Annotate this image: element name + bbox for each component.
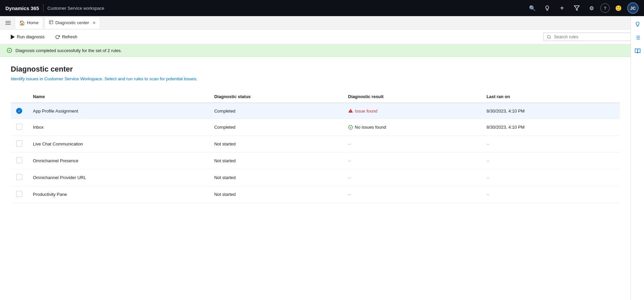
hamburger-menu[interactable] (3, 17, 13, 28)
svg-rect-2 (5, 23, 11, 23)
dash-placeholder: -- (348, 158, 351, 163)
row-name: Omnichannel Presence (28, 153, 209, 169)
row-last-ran: 8/30/2023, 4:10 PM (481, 119, 620, 136)
top-nav-bar: Dynamics 365 Customer Service workspace … (0, 0, 644, 16)
table-row[interactable]: Omnichannel Provider URLNot started---- (11, 169, 620, 186)
diagnostic-tab-close[interactable]: ✕ (92, 20, 96, 25)
success-icon (7, 48, 12, 53)
sidebar-bulb-icon[interactable] (632, 19, 643, 30)
main-content: Diagnostic center Identify issues in Cus… (0, 57, 631, 211)
ok-icon (348, 125, 353, 130)
brand-section: Dynamics 365 Customer Service workspace (5, 4, 104, 12)
banner-message: Diagnosis completed successfully for the… (15, 48, 122, 53)
warning-icon (348, 109, 353, 113)
row-checkbox[interactable] (11, 119, 28, 136)
search-box[interactable] (543, 33, 637, 41)
search-nav-button[interactable]: 🔍 (526, 2, 538, 14)
home-tab-label: Home (27, 20, 39, 25)
row-checkbox[interactable]: ✓ (11, 103, 28, 119)
row-name: App Profile Assignment (28, 103, 209, 119)
row-status: Not started (209, 169, 343, 186)
row-checkbox[interactable] (11, 169, 28, 186)
svg-rect-1 (5, 21, 11, 21)
row-checkbox[interactable] (11, 136, 28, 153)
sidebar-book-icon[interactable] (632, 46, 643, 56)
play-icon (11, 35, 15, 39)
sidebar-list-icon[interactable] (632, 32, 643, 43)
row-status: Not started (209, 186, 343, 203)
row-status: Completed (209, 119, 343, 136)
row-status: Completed (209, 103, 343, 119)
row-result: -- (343, 186, 481, 203)
row-last-ran: -- (481, 186, 620, 203)
row-name: Productivity Pane (28, 186, 209, 203)
refresh-label: Refresh (62, 34, 77, 39)
tab-diagnostic-center[interactable]: Diagnostic center ✕ (44, 17, 100, 29)
table-row[interactable]: Productivity PaneNot started---- (11, 186, 620, 203)
row-last-ran: 8/30/2023, 4:10 PM (481, 103, 620, 119)
search-icon (547, 35, 551, 39)
table-row[interactable]: InboxCompleted No issues found 8/30/2023… (11, 119, 620, 136)
col-header-name: Name (28, 91, 209, 103)
svg-marker-11 (11, 35, 15, 39)
diagnostic-tab-icon (49, 20, 53, 26)
filter-nav-button[interactable] (571, 2, 583, 14)
header-checkbox (11, 91, 28, 103)
checkbox-checked-icon: ✓ (16, 108, 22, 114)
row-last-ran: -- (481, 153, 620, 169)
svg-marker-0 (574, 6, 579, 10)
app-subtitle: Customer Service workspace (47, 6, 104, 11)
checkbox-unchecked (16, 157, 22, 163)
toolbar: Run diagnosis Refresh (0, 30, 644, 44)
dash-placeholder: -- (348, 175, 351, 180)
row-result: -- (343, 153, 481, 169)
svg-rect-4 (49, 20, 53, 24)
diagnostic-tab-label: Diagnostic center (55, 20, 89, 25)
no-issues-text: No issues found (348, 125, 476, 130)
diagnostic-table: Name Diagnostic status Diagnostic result… (11, 91, 620, 203)
tab-bar: 🏠 Home Diagnostic center ✕ (0, 16, 644, 30)
right-sidebar (631, 16, 644, 211)
row-status: Not started (209, 153, 343, 169)
col-header-result: Diagnostic result (343, 91, 481, 103)
col-header-last-ran: Last ran on (481, 91, 620, 103)
user-avatar[interactable]: JC (627, 2, 639, 14)
dash-placeholder: -- (348, 192, 351, 197)
app-brand: Dynamics 365 (5, 5, 39, 11)
feedback-nav-button[interactable]: 🙂 (612, 2, 625, 14)
checkbox-unchecked (16, 124, 22, 130)
table-row[interactable]: Omnichannel PresenceNot started---- (11, 153, 620, 169)
home-tab-icon: 🏠 (19, 20, 25, 26)
table-row[interactable]: ✓App Profile AssignmentCompleted Issue f… (11, 103, 620, 119)
lightbulb-nav-button[interactable] (541, 2, 553, 14)
row-result[interactable]: Issue found (343, 103, 481, 119)
checkbox-unchecked (16, 191, 22, 197)
row-checkbox[interactable] (11, 186, 28, 203)
row-name: Inbox (28, 119, 209, 136)
run-diagnosis-label: Run diagnosis (17, 34, 44, 39)
refresh-icon (55, 35, 60, 39)
row-name: Live Chat Communication (28, 136, 209, 153)
row-result: -- (343, 169, 481, 186)
refresh-button[interactable]: Refresh (51, 32, 81, 41)
row-last-ran: -- (481, 169, 620, 186)
svg-rect-3 (5, 24, 11, 25)
row-status: Not started (209, 136, 343, 153)
row-result: No issues found (343, 119, 481, 136)
svg-point-12 (548, 35, 551, 38)
table-header-row: Name Diagnostic status Diagnostic result… (11, 91, 620, 103)
row-name: Omnichannel Provider URL (28, 169, 209, 186)
search-rules-input[interactable] (554, 34, 634, 39)
tab-home[interactable]: 🏠 Home (15, 17, 43, 29)
table-row[interactable]: Live Chat CommunicationNot started---- (11, 136, 620, 153)
nav-icons: 🔍 + ⚙ ? 🙂 JC (526, 2, 639, 14)
issue-found-link[interactable]: Issue found (348, 109, 476, 114)
row-last-ran: -- (481, 136, 620, 153)
settings-nav-button[interactable]: ⚙ (586, 2, 598, 14)
checkbox-unchecked (16, 140, 22, 146)
row-checkbox[interactable] (11, 153, 28, 169)
add-nav-button[interactable]: + (556, 2, 568, 14)
help-nav-button[interactable]: ? (600, 3, 610, 13)
run-diagnosis-button[interactable]: Run diagnosis (7, 32, 48, 41)
page-title: Diagnostic center (11, 65, 620, 74)
